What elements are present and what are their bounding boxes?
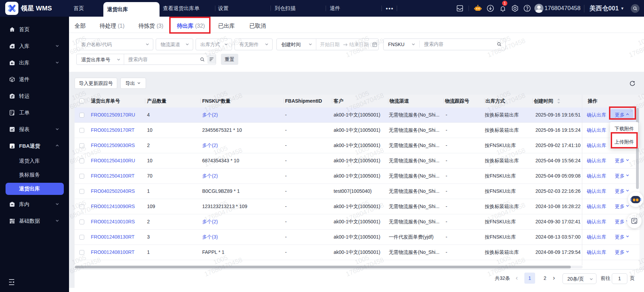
svg-text:a: a xyxy=(11,144,13,148)
